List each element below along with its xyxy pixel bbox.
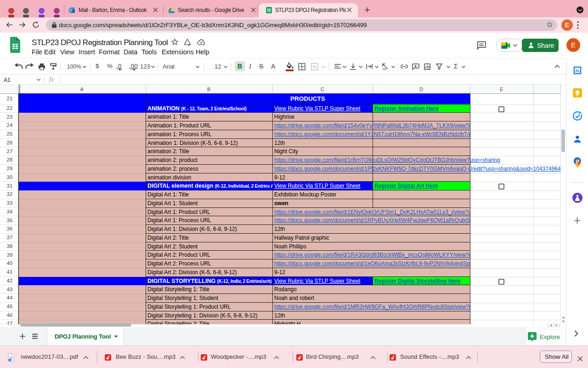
svg-text:31: 31	[575, 69, 580, 73]
